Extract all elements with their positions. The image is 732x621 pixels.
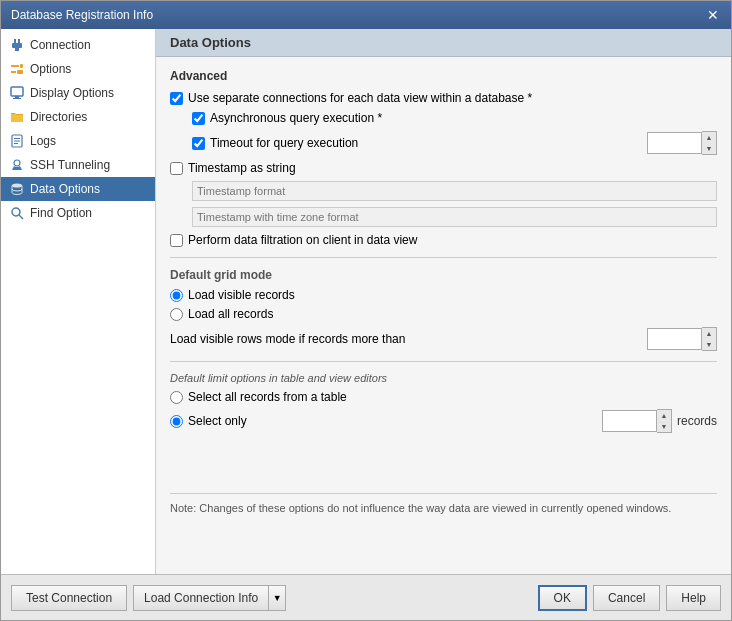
select-only-input[interactable]: 1000 bbox=[602, 410, 657, 432]
sidebar-item-directories[interactable]: Directories bbox=[1, 105, 155, 129]
perform-filtration-row: Perform data filtration on client in dat… bbox=[170, 233, 717, 247]
test-connection-button[interactable]: Test Connection bbox=[11, 585, 127, 611]
sidebar-item-label: Options bbox=[30, 62, 71, 76]
help-button[interactable]: Help bbox=[666, 585, 721, 611]
svg-rect-12 bbox=[14, 138, 20, 139]
close-button[interactable]: ✕ bbox=[705, 7, 721, 23]
timeout-label: Timeout for query execution bbox=[210, 136, 358, 150]
display-icon bbox=[9, 85, 25, 101]
timeout-input[interactable]: 10000 bbox=[647, 132, 702, 154]
svg-rect-3 bbox=[15, 48, 19, 51]
timestamp-string-label: Timestamp as string bbox=[188, 161, 296, 175]
load-connection-dropdown-button[interactable]: ▼ bbox=[268, 585, 286, 611]
perform-filtration-checkbox[interactable] bbox=[170, 234, 183, 247]
sidebar-item-data-options[interactable]: Data Options bbox=[1, 177, 155, 201]
title-bar: Database Registration Info ✕ bbox=[1, 1, 731, 29]
select-all-label: Select all records from a table bbox=[188, 390, 347, 404]
load-visible-rows-spinner-buttons: ▲ ▼ bbox=[702, 327, 717, 351]
use-separate-connections-checkbox[interactable] bbox=[170, 92, 183, 105]
load-visible-rows-label: Load visible rows mode if records more t… bbox=[170, 332, 405, 346]
timeout-spinner-group: 10000 ▲ ▼ bbox=[647, 131, 717, 155]
logs-icon bbox=[9, 133, 25, 149]
load-visible-rows-spinner-group: 10000 ▲ ▼ bbox=[647, 327, 717, 351]
dialog-footer: Test Connection Load Connection Info ▼ O… bbox=[1, 574, 731, 620]
content-inner: Advanced Use separate connections for ea… bbox=[156, 57, 731, 526]
svg-rect-1 bbox=[18, 39, 20, 43]
use-separate-connections-row: Use separate connections for each data v… bbox=[170, 91, 717, 105]
load-all-label: Load all records bbox=[188, 307, 273, 321]
load-all-radio[interactable] bbox=[170, 308, 183, 321]
select-only-spinner-up[interactable]: ▲ bbox=[657, 410, 671, 421]
select-only-spinner-down[interactable]: ▼ bbox=[657, 421, 671, 432]
load-visible-row: Load visible records bbox=[170, 288, 717, 302]
svg-rect-5 bbox=[20, 64, 23, 68]
advanced-section-label: Advanced bbox=[170, 69, 717, 83]
sidebar-item-options[interactable]: Options bbox=[1, 57, 155, 81]
sidebar-item-label: Data Options bbox=[30, 182, 100, 196]
load-visible-rows-input[interactable]: 10000 bbox=[647, 328, 702, 350]
load-visible-label: Load visible records bbox=[188, 288, 295, 302]
limit-radio-group: Select all records from a table Select o… bbox=[170, 390, 717, 433]
sidebar-item-display-options[interactable]: Display Options bbox=[1, 81, 155, 105]
svg-rect-6 bbox=[11, 71, 16, 73]
database-registration-dialog: Database Registration Info ✕ Connection bbox=[0, 0, 732, 621]
svg-rect-14 bbox=[14, 143, 18, 144]
timeout-spinner-down[interactable]: ▼ bbox=[702, 143, 716, 154]
note-text: Note: Changes of these options do not in… bbox=[170, 493, 717, 514]
svg-rect-13 bbox=[14, 141, 20, 142]
timestamp-tz-row bbox=[192, 207, 717, 227]
find-icon bbox=[9, 205, 25, 221]
svg-rect-7 bbox=[17, 70, 23, 74]
sidebar-item-logs[interactable]: Logs bbox=[1, 129, 155, 153]
load-visible-radio[interactable] bbox=[170, 289, 183, 302]
sidebar-item-ssh-tunneling[interactable]: SSH Tunneling bbox=[1, 153, 155, 177]
sidebar-item-label: Directories bbox=[30, 110, 87, 124]
timestamp-format-input[interactable] bbox=[192, 181, 717, 201]
svg-line-18 bbox=[19, 215, 23, 219]
timestamp-tz-input[interactable] bbox=[192, 207, 717, 227]
timestamp-format-row bbox=[192, 181, 717, 201]
select-only-label: Select only bbox=[188, 414, 247, 428]
svg-rect-8 bbox=[11, 87, 23, 96]
sidebar-item-label: SSH Tunneling bbox=[30, 158, 110, 172]
sidebar-item-connection[interactable]: Connection bbox=[1, 33, 155, 57]
select-only-spinner-wrapper: 1000 ▲ ▼ records bbox=[602, 409, 717, 433]
select-only-radio[interactable] bbox=[170, 415, 183, 428]
divider-1 bbox=[170, 257, 717, 258]
load-connection-button[interactable]: Load Connection Info bbox=[133, 585, 268, 611]
records-label: records bbox=[677, 414, 717, 428]
dialog-body: Connection Options bbox=[1, 29, 731, 574]
async-query-label: Asynchronous query execution * bbox=[210, 111, 382, 125]
sidebar-item-label: Connection bbox=[30, 38, 91, 52]
load-visible-rows-spinner-down[interactable]: ▼ bbox=[702, 339, 716, 350]
timestamp-string-checkbox[interactable] bbox=[170, 162, 183, 175]
divider-2 bbox=[170, 361, 717, 362]
load-all-row: Load all records bbox=[170, 307, 717, 321]
svg-point-16 bbox=[12, 184, 22, 188]
timestamp-string-row: Timestamp as string bbox=[170, 161, 717, 175]
load-visible-rows-spinner-up[interactable]: ▲ bbox=[702, 328, 716, 339]
content-area: Data Options Advanced Use separate conne… bbox=[156, 29, 731, 574]
sidebar-item-find-option[interactable]: Find Option bbox=[1, 201, 155, 225]
select-only-row: Select only 1000 ▲ ▼ records bbox=[170, 409, 717, 433]
svg-point-15 bbox=[14, 160, 20, 166]
svg-rect-0 bbox=[14, 39, 16, 43]
perform-filtration-label: Perform data filtration on client in dat… bbox=[188, 233, 417, 247]
timeout-checkbox[interactable] bbox=[192, 137, 205, 150]
svg-rect-10 bbox=[13, 98, 21, 99]
timeout-spinner-up[interactable]: ▲ bbox=[702, 132, 716, 143]
folder-icon bbox=[9, 109, 25, 125]
use-separate-connections-label: Use separate connections for each data v… bbox=[188, 91, 532, 105]
svg-rect-4 bbox=[11, 65, 19, 67]
svg-rect-2 bbox=[12, 43, 22, 48]
default-grid-label: Default grid mode bbox=[170, 268, 717, 282]
async-query-row: Asynchronous query execution * bbox=[192, 111, 717, 125]
cancel-button[interactable]: Cancel bbox=[593, 585, 660, 611]
sidebar-item-label: Display Options bbox=[30, 86, 114, 100]
select-only-spinner-group: 1000 ▲ ▼ bbox=[602, 409, 672, 433]
select-all-radio[interactable] bbox=[170, 391, 183, 404]
select-only-spinner-buttons: ▲ ▼ bbox=[657, 409, 672, 433]
ok-button[interactable]: OK bbox=[538, 585, 587, 611]
async-query-checkbox[interactable] bbox=[192, 112, 205, 125]
ssh-icon bbox=[9, 157, 25, 173]
